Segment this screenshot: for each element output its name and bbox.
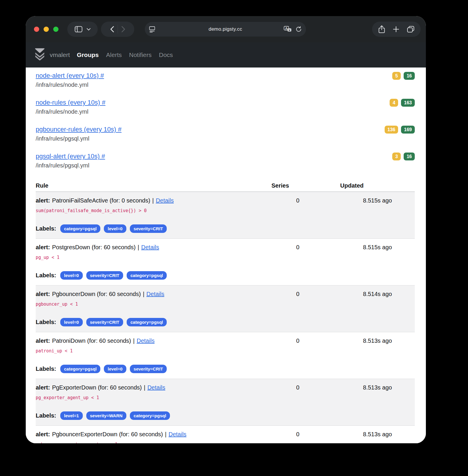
- brand-vmalert[interactable]: vmalert: [50, 51, 70, 58]
- rule-expression: sum(patroni_failsafe_mode_is_active{}) >…: [36, 207, 415, 214]
- details-link[interactable]: Details: [141, 243, 159, 252]
- labels-list: level=0severity=CRITcategory=pgsql: [60, 271, 167, 280]
- label-badge: severity=WARN: [86, 411, 126, 420]
- rule-expression: pg_up < 1: [36, 254, 415, 261]
- details-link[interactable]: Details: [147, 383, 165, 392]
- back-icon[interactable]: [110, 26, 114, 32]
- label-badge: category=pgsql: [60, 224, 100, 233]
- navbar-link[interactable]: Alerts: [106, 51, 122, 58]
- labels-list: category=pgsqllevel=0severity=CRIT: [60, 224, 167, 233]
- chevron-down-icon[interactable]: [87, 28, 91, 31]
- rule-group: pgbouncer-rules (every 10s) # /infra/rul…: [36, 125, 415, 142]
- group-badges: 3 16: [392, 153, 415, 160]
- alert-prefix: alert:: [36, 430, 50, 439]
- alert-prefix: alert:: [36, 290, 50, 298]
- navbar-link[interactable]: Groups: [77, 51, 99, 58]
- series-value: 0: [269, 430, 327, 439]
- rule-expression: pg_exporter_agent_up < 1: [36, 394, 415, 401]
- group-title-link[interactable]: node-alert (every 10s) #: [36, 72, 104, 80]
- rule-expression: pgbouncer_exporter_agent_up < 1: [36, 441, 415, 443]
- browser-toolbar: demo.pigsty.cc A x: [26, 16, 426, 42]
- alert-prefix: alert:: [36, 196, 50, 205]
- warning-count-badge: 5: [392, 72, 401, 80]
- group-file-path: /infra/rules/pgsql.yml: [36, 162, 415, 169]
- vmalert-navbar: vmalert Groups Alerts Notifiers Docs: [26, 42, 426, 67]
- separator: |: [133, 336, 135, 345]
- group-title-link[interactable]: pgbouncer-rules (every 10s) #: [36, 125, 121, 134]
- rule-row: alert: PgbouncerDown (for: 60 seconds) |…: [36, 285, 415, 332]
- navbar-links: Groups Alerts Notifiers Docs: [77, 51, 173, 58]
- alert-title: PgExporterDown (for: 60 seconds): [52, 383, 142, 392]
- series-value: 0: [269, 290, 327, 298]
- alert-title: PatroniDown (for: 60 seconds): [52, 336, 131, 345]
- rule-group: node-rules (every 10s) # /infra/rules/no…: [36, 98, 415, 115]
- rule-row: alert: PgbouncerExporterDown (for: 60 se…: [36, 426, 415, 443]
- alert-prefix: alert:: [36, 243, 50, 252]
- separator: |: [152, 196, 154, 205]
- alert-prefix: alert:: [36, 336, 50, 345]
- separator: |: [165, 430, 166, 439]
- rule-group: node-alert (every 10s) # /infra/rules/no…: [36, 72, 415, 89]
- series-value: 0: [269, 383, 327, 392]
- url-text[interactable]: demo.pigsty.cc: [168, 26, 283, 32]
- rules-table-body: alert: PatroniFailSafeActive (for: 0 sec…: [36, 192, 415, 443]
- group-title-link[interactable]: pgsql-alert (every 10s) #: [36, 152, 105, 160]
- fullscreen-window-button[interactable]: [53, 27, 58, 32]
- group-title-link[interactable]: node-rules (every 10s) #: [36, 98, 105, 107]
- updated-value: 8.515s ago: [327, 243, 415, 252]
- warning-count-badge: 3: [392, 153, 401, 160]
- svg-text:x: x: [289, 29, 290, 32]
- labels-list: category=pgsqllevel=0severity=CRIT: [60, 365, 167, 373]
- label-badge: category=pgsql: [127, 271, 167, 280]
- minimize-window-button[interactable]: [44, 27, 49, 32]
- separator: |: [144, 383, 145, 392]
- label-badge: level=0: [60, 318, 82, 326]
- label-badge: level=0: [104, 365, 126, 373]
- alert-title: PgbouncerDown (for: 60 seconds): [52, 290, 141, 298]
- rules-table-header: Rule Series Updated: [36, 179, 415, 192]
- series-value: 0: [269, 196, 327, 205]
- details-link[interactable]: Details: [137, 336, 154, 345]
- reload-icon[interactable]: [295, 26, 302, 32]
- rule-row: alert: PatroniDown (for: 60 seconds) | D…: [36, 332, 415, 379]
- separator: |: [143, 290, 144, 298]
- page-format-icon[interactable]: [149, 26, 155, 33]
- forward-icon[interactable]: [121, 26, 125, 32]
- ok-count-badge: 16: [404, 72, 415, 80]
- translate-icon[interactable]: A x: [284, 26, 292, 32]
- toolbar-actions-group: [372, 22, 421, 37]
- updated-value: 8.513s ago: [327, 430, 415, 439]
- labels-caption: Labels:: [36, 366, 56, 372]
- group-badges: 136 169: [385, 126, 415, 134]
- label-badge: category=pgsql: [60, 365, 100, 373]
- labels-list: level=0severity=CRITcategory=pgsql: [60, 318, 167, 326]
- alert-prefix: alert:: [36, 383, 50, 392]
- group-badges: 5 16: [392, 72, 415, 80]
- alert-title: PostgresDown (for: 60 seconds): [52, 243, 136, 252]
- column-header-series: Series: [269, 182, 327, 189]
- label-badge: severity=CRIT: [130, 365, 167, 373]
- ok-count-badge: 16: [404, 153, 415, 160]
- details-link[interactable]: Details: [147, 290, 164, 298]
- column-header-rule: Rule: [36, 182, 269, 189]
- new-tab-icon[interactable]: [393, 26, 399, 32]
- label-badge: category=pgsql: [130, 411, 170, 420]
- updated-value: 8.514s ago: [327, 290, 415, 298]
- details-link[interactable]: Details: [156, 196, 174, 205]
- details-link[interactable]: Details: [168, 430, 186, 439]
- labels-caption: Labels:: [36, 319, 56, 326]
- share-icon[interactable]: [378, 25, 385, 33]
- address-bar[interactable]: demo.pigsty.cc A x: [145, 22, 306, 37]
- tab-overview-icon[interactable]: [407, 26, 414, 33]
- sidebar-toggle-icon[interactable]: [75, 26, 82, 32]
- divider: [118, 25, 118, 34]
- alert-title: PatroniFailSafeActive (for: 0 seconds): [52, 196, 150, 205]
- navbar-link[interactable]: Docs: [159, 51, 173, 58]
- close-window-button[interactable]: [34, 27, 39, 32]
- groups-page: node-alert (every 10s) # /infra/rules/no…: [26, 67, 426, 443]
- group-badges: 4 163: [390, 99, 415, 107]
- rule-groups-list: node-alert (every 10s) # /infra/rules/no…: [36, 72, 415, 169]
- navbar-link[interactable]: Notifiers: [129, 51, 152, 58]
- label-badge: category=pgsql: [127, 318, 167, 326]
- rule-group: pgsql-alert (every 10s) # /infra/rules/p…: [36, 152, 415, 169]
